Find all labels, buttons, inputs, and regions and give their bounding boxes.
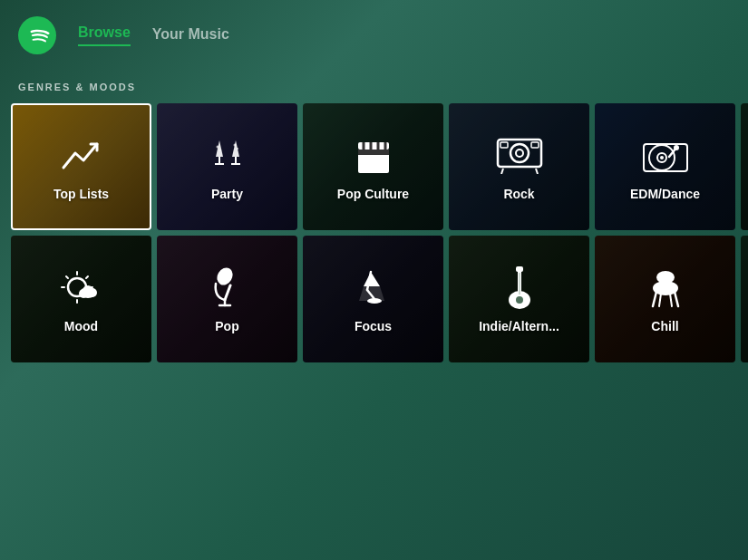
genre-label-party: Party <box>211 187 243 201</box>
svg-line-55 <box>653 292 656 306</box>
genre-card-indie[interactable]: Indie/Altern... <box>449 236 589 362</box>
svg-rect-19 <box>500 142 508 148</box>
lamp-icon <box>350 265 397 312</box>
genre-card-pop-culture[interactable]: Pop Culture <box>303 103 443 230</box>
turntable-icon <box>642 132 689 179</box>
genre-card-pop[interactable]: Pop <box>157 236 297 362</box>
svg-rect-10 <box>358 150 389 155</box>
svg-line-21 <box>501 169 503 174</box>
spotify-logo <box>18 16 56 54</box>
svg-line-34 <box>66 276 68 278</box>
svg-point-39 <box>88 288 97 297</box>
genre-row-2: Mood Pop <box>11 236 741 362</box>
svg-point-40 <box>214 266 236 288</box>
amplifier-icon <box>496 132 543 179</box>
genre-label-pop-culture: Pop Culture <box>337 187 409 201</box>
genre-card-edm[interactable]: EDM/Dance <box>595 103 735 230</box>
svg-rect-50 <box>516 266 523 272</box>
svg-point-17 <box>510 144 529 162</box>
svg-line-22 <box>536 169 538 174</box>
genre-card-mood[interactable]: Mood <box>11 236 151 362</box>
genre-card-focus[interactable]: Focus <box>303 236 443 362</box>
genre-card-partial-1 <box>741 103 748 230</box>
header: Browse Your Music <box>0 0 748 63</box>
genre-label-mood: Mood <box>64 319 98 333</box>
genre-card-top-lists[interactable]: Top Lists <box>11 103 151 230</box>
nav-your-music[interactable]: Your Music <box>152 26 229 46</box>
svg-line-41 <box>225 285 230 300</box>
guitar-icon <box>496 265 543 312</box>
svg-point-51 <box>516 296 523 304</box>
genre-grid: Top Lists <box>0 103 748 362</box>
genre-label-edm: EDM/Dance <box>630 187 700 201</box>
section-title: GENRES & MOODS <box>0 63 748 103</box>
chair-icon <box>642 265 689 312</box>
microphone-icon <box>204 265 251 312</box>
svg-point-5 <box>216 146 219 149</box>
svg-point-26 <box>660 156 664 159</box>
svg-line-58 <box>670 294 672 306</box>
svg-point-6 <box>219 150 221 151</box>
svg-point-54 <box>656 271 675 284</box>
trending-icon <box>58 132 105 179</box>
genre-label-rock: Rock <box>503 187 534 201</box>
svg-rect-20 <box>531 142 539 148</box>
genre-card-chill[interactable]: Chill <box>595 236 735 362</box>
svg-point-7 <box>233 144 236 147</box>
clapperboard-icon <box>350 132 397 179</box>
genre-card-partial-2 <box>741 236 748 362</box>
genre-card-rock[interactable]: Rock <box>449 103 589 230</box>
genre-row-1: Top Lists <box>11 103 741 230</box>
svg-point-28 <box>674 145 679 150</box>
mood-icon <box>58 265 105 312</box>
svg-line-57 <box>659 294 661 306</box>
nav-browse[interactable]: Browse <box>78 24 131 46</box>
genre-label-chill: Chill <box>651 319 678 333</box>
svg-point-18 <box>516 150 523 157</box>
genre-label-top-lists: Top Lists <box>53 187 109 201</box>
svg-line-56 <box>675 292 678 306</box>
svg-point-8 <box>237 148 238 150</box>
svg-line-35 <box>86 276 88 278</box>
genre-label-focus: Focus <box>355 319 392 333</box>
genre-label-indie: Indie/Altern... <box>479 319 559 333</box>
party-icon <box>204 132 251 179</box>
genre-card-party[interactable]: Party <box>157 103 297 230</box>
nav: Browse Your Music <box>78 24 229 46</box>
genre-label-pop: Pop <box>215 319 238 333</box>
